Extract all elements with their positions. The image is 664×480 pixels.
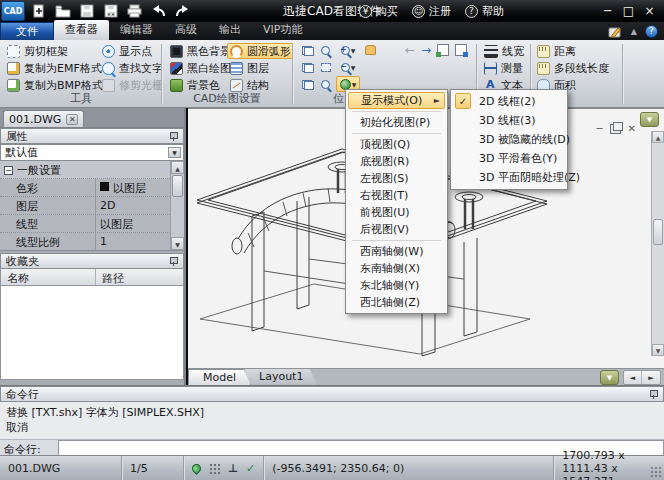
osnap-icon[interactable]: ✓ [246,462,255,475]
black-white-button[interactable]: 黑白绘图 [167,60,234,76]
menu-item-top-view[interactable]: 顶视图(Q) [348,136,445,153]
menu-item-left-view[interactable]: 左视图(S) [348,170,445,187]
scroll-up-icon[interactable]: ▲ [171,161,184,174]
tab-model[interactable]: Model [188,369,251,385]
menu-item-back-view[interactable]: 后视图(V) [348,221,445,238]
tab-vip[interactable]: VIP功能 [252,20,313,40]
close-document-icon[interactable]: ✕ [66,114,78,125]
menu-item-sw-isometric[interactable]: 西南轴侧(W) [348,243,445,260]
property-group-row[interactable]: − 一般设置 [0,161,184,179]
register-button[interactable]: ☺ 注册 [412,4,451,19]
menu-item-se-isometric[interactable]: 东南轴侧(X) [348,260,445,277]
open-file-button[interactable] [52,2,73,20]
resize-grip[interactable] [650,466,662,478]
new-file-button[interactable] [28,2,49,20]
menu-item-init-view[interactable]: 初始化视图(P) [348,114,445,131]
tile-windows-button[interactable] [298,59,315,75]
collapse-ribbon-icon[interactable]: ▲ [631,27,637,36]
zoom-extents-button[interactable] [317,59,334,75]
favorites-col-name[interactable]: 名称 [1,269,96,285]
favorites-col-path[interactable]: 路径 [96,269,130,285]
pin-icon[interactable] [169,257,177,266]
cut-frame-button[interactable]: 剪切框架 [4,43,106,59]
favorites-list[interactable] [0,286,184,380]
properties-scrollbar[interactable]: ▲ ▼ [170,161,184,250]
mdi-restore-icon[interactable] [610,124,621,134]
help-icon[interactable]: ? [645,25,658,38]
combo-dropdown-icon[interactable]: ▼ [168,147,181,158]
scroll-up-icon[interactable]: ▲ [652,131,664,143]
file-menu-button[interactable]: 文件 [0,22,54,40]
prev-layout-icon[interactable]: ◄ [624,371,642,384]
distance-button[interactable]: 距离 [534,43,612,59]
save-button[interactable] [76,2,97,20]
undo-button[interactable] [148,2,169,20]
property-row-color[interactable]: 色彩 以图层 [0,179,184,197]
tab-output[interactable]: 输出 [208,20,252,40]
find-text-button[interactable]: 查找文字 [99,60,166,76]
mdi-close-icon[interactable]: ✕ [628,123,636,134]
submenu-item-2d-wireframe[interactable]: ✓ 2D 线框(2) [453,92,565,111]
tab-editor[interactable]: 编辑器 [109,20,164,40]
submenu-item-3d-wireframe[interactable]: 3D 线框(3) [453,111,565,130]
copy-emf-button[interactable]: 复制为EMF格式 [4,60,106,76]
pin-icon[interactable] [169,132,177,141]
maximize-button[interactable]: □ [618,2,639,20]
property-preset-combo[interactable]: 默认值 ▼ [0,144,184,161]
menu-item-nw-isometric[interactable]: 西北轴侧(Z) [348,294,445,311]
measure-button[interactable]: 测量 [481,60,527,76]
layers-button[interactable]: 图层 [227,60,294,76]
view-back-button[interactable]: ← [405,43,415,57]
submenu-item-3d-hidden-lines[interactable]: 3D 被隐藏的线(D) [453,130,565,149]
zoom-window-button[interactable] [317,42,334,58]
scroll-down-icon[interactable]: ▼ [652,344,664,356]
menu-item-bottom-view[interactable]: 底视图(R) [348,153,445,170]
line-width-button[interactable]: 线宽 [481,43,527,59]
smooth-arc-button[interactable]: 圆滑弧形 [227,43,294,59]
marker-pin-icon[interactable] [190,462,203,475]
scrollbar-thumb[interactable] [653,219,663,245]
black-background-button[interactable]: 黑色背景 [167,43,234,59]
zoom-previous-button[interactable] [317,76,334,92]
save-as-button[interactable] [100,2,121,20]
viewport-scrollbar[interactable]: ▲ ▼ [651,131,664,356]
minimize-button[interactable]: ─ [597,2,618,20]
collapse-icon[interactable]: − [4,166,13,175]
pin-icon[interactable] [649,390,657,399]
submenu-item-3d-flat-shading[interactable]: 3D 平面阴暗处理(Z) [453,168,565,187]
scrollbar-thumb[interactable] [172,175,183,197]
pan-button[interactable] [362,42,379,58]
save-view-button[interactable] [455,44,467,56]
polyline-length-button[interactable]: 多段线长度 [534,60,612,76]
pen-icon[interactable] [607,25,623,38]
cascade-windows-button[interactable] [298,42,315,58]
mdi-minimize-icon[interactable]: ─ [597,123,603,134]
restore-view-button[interactable] [437,44,449,56]
menu-item-front-view[interactable]: 前视图(U) [348,204,445,221]
zoom-out-button[interactable]: −▼ [336,59,360,75]
birds-eye-button[interactable] [298,76,315,92]
menu-item-ne-isometric[interactable]: 东北轴侧(Y) [348,277,445,294]
property-row-layer[interactable]: 图层 2D [0,197,184,215]
ortho-icon[interactable]: ⊥ [228,462,238,475]
layout-menu-button[interactable]: ▼ [600,370,619,385]
viewport-menu-button[interactable]: ▼ [640,112,659,127]
print-button[interactable] [124,2,145,20]
grid-snap-icon[interactable] [209,463,220,474]
buy-button[interactable]: ¥ 购买 [359,4,398,19]
tab-layout1[interactable]: Layout1 [245,369,317,385]
document-tab[interactable]: 001.DWG ✕ [3,110,84,127]
show-point-button[interactable]: 显示点 [99,43,166,59]
tab-viewer[interactable]: 查看器 [54,20,109,40]
property-row-linetype-scale[interactable]: 线型比例 1 [0,233,184,251]
menu-item-right-view[interactable]: 右视图(T) [348,187,445,204]
help-button[interactable]: ? 帮助 [465,4,504,19]
redo-button[interactable] [172,2,193,20]
property-row-linetype[interactable]: 线型 以图层 [0,215,184,233]
view-forward-button[interactable]: → [421,43,431,57]
scroll-down-icon[interactable]: ▼ [171,237,184,250]
tab-advanced[interactable]: 高级 [164,20,208,40]
next-layout-icon[interactable]: ► [642,371,660,384]
menu-item-display-mode[interactable]: 显示模式(O)► [348,92,445,109]
submenu-item-3d-smooth-shading[interactable]: 3D 平滑着色(Y) [453,149,565,168]
